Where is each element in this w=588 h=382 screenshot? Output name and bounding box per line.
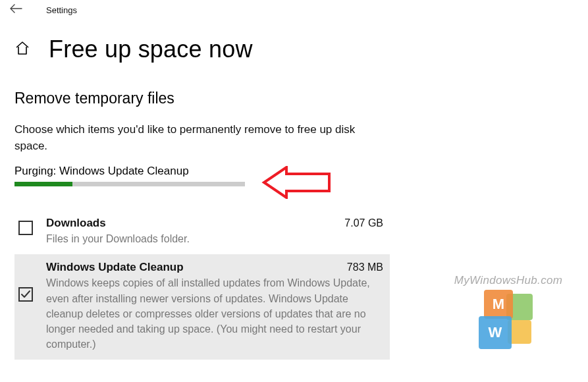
watermark-text: MyWindowsHub.com bbox=[452, 274, 564, 287]
progress-bar bbox=[14, 182, 245, 186]
item-description: Files in your Downloads folder. bbox=[46, 231, 383, 246]
back-icon[interactable] bbox=[9, 4, 22, 16]
home-icon[interactable] bbox=[14, 40, 30, 59]
watermark: MyWindowsHub.com M W bbox=[452, 274, 564, 349]
progress-status: Purging: Windows Update Cleanup bbox=[14, 165, 394, 178]
page-title: Free up space now bbox=[49, 36, 253, 63]
section-title: Remove temporary files bbox=[14, 90, 394, 107]
checkbox-checked[interactable] bbox=[18, 287, 33, 302]
section-description: Choose which items you'd like to permane… bbox=[14, 122, 370, 154]
item-name: Downloads bbox=[46, 217, 106, 230]
item-name: Windows Update Cleanup bbox=[46, 261, 184, 274]
item-size: 7.07 GB bbox=[344, 217, 383, 229]
app-title: Settings bbox=[46, 5, 77, 15]
watermark-logo-icon: M W bbox=[479, 290, 538, 349]
list-item[interactable]: Downloads 7.07 GB Files in your Download… bbox=[14, 210, 390, 254]
checkbox-unchecked[interactable] bbox=[18, 221, 33, 235]
progress-fill bbox=[14, 182, 72, 186]
item-description: Windows keeps copies of all installed up… bbox=[46, 275, 383, 352]
item-size: 783 MB bbox=[347, 261, 383, 273]
cleanup-item-list: Downloads 7.07 GB Files in your Download… bbox=[14, 210, 394, 360]
list-item[interactable]: Windows Update Cleanup 783 MB Windows ke… bbox=[14, 254, 390, 360]
